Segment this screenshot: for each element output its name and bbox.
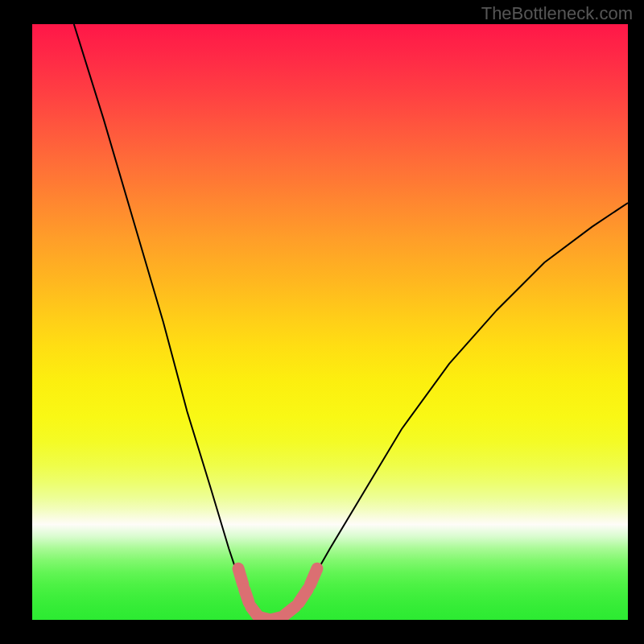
svg-line-5 xyxy=(284,606,295,615)
watermark-text: TheBottleneck.com xyxy=(481,3,633,24)
bottleneck-curve xyxy=(32,24,628,620)
svg-line-0 xyxy=(238,568,243,584)
svg-line-6 xyxy=(299,589,308,603)
curve-line xyxy=(74,24,628,620)
highlight-markers xyxy=(238,568,317,619)
chart-plot-area xyxy=(32,24,628,620)
svg-line-1 xyxy=(245,589,250,603)
svg-line-7 xyxy=(310,568,317,584)
